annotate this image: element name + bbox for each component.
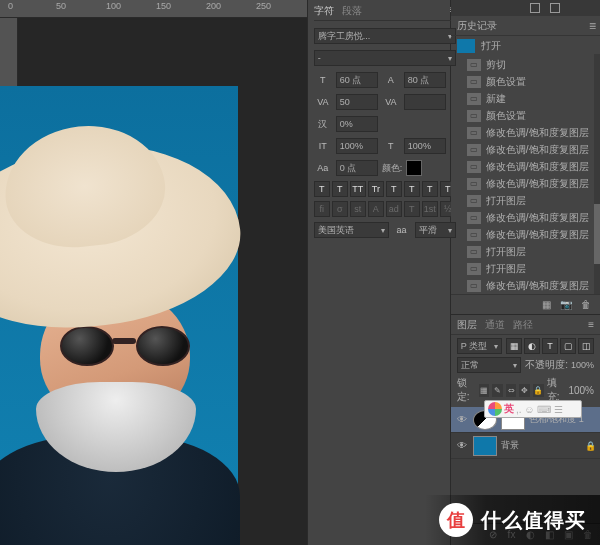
document-image[interactable] — [0, 86, 238, 508]
discretionary-button[interactable]: st — [350, 201, 366, 217]
history-item[interactable]: ▭打开图层 — [457, 260, 600, 277]
ime-indicator[interactable]: 英 ,. ☺ ⌨ ☰ — [484, 400, 582, 418]
kerning-icon: VA — [314, 97, 332, 107]
history-item[interactable]: ▭修改色调/饱和度复图层 — [457, 175, 600, 192]
ruler-horizontal[interactable]: 0 50 100 150 200 250 — [0, 0, 307, 18]
history-step-icon: ▭ — [467, 127, 481, 139]
ruler-mark: 200 — [206, 1, 221, 11]
tracking-field[interactable] — [404, 94, 446, 110]
superscript-button[interactable]: T — [386, 181, 402, 197]
ruler-mark: 100 — [106, 1, 121, 11]
history-step-label: 打开图层 — [486, 262, 526, 276]
baseline-field[interactable]: 0 点 — [336, 160, 378, 176]
subscript-button[interactable]: T — [404, 181, 420, 197]
history-item[interactable]: ▭修改色调/饱和度复图层 — [457, 158, 600, 175]
faux-italic-button[interactable]: T — [332, 181, 348, 197]
history-item[interactable]: ▭修改色调/饱和度复图层 — [457, 277, 600, 294]
fill-value[interactable]: 100% — [568, 385, 594, 396]
tab-paragraph[interactable]: 段落 — [342, 4, 362, 18]
underline-button[interactable]: T — [422, 181, 438, 197]
hscale-field[interactable]: 100% — [404, 138, 446, 154]
language-dropdown[interactable]: 美国英语 — [314, 222, 389, 238]
type-style-row: T T TT Tr T T T T — [314, 181, 456, 197]
panel-menu-icon[interactable]: ≡ — [589, 19, 596, 33]
lock-paint-icon[interactable]: ✎ — [492, 384, 503, 397]
tab-history[interactable]: 历史记录 — [457, 19, 497, 33]
allcaps-button[interactable]: TT — [350, 181, 366, 197]
lock-artboard-icon[interactable]: ✥ — [519, 384, 530, 397]
ruler-mark: 150 — [156, 1, 171, 11]
opacity-label: 不透明度: — [525, 358, 568, 372]
filter-adjust-icon[interactable]: ◐ — [524, 338, 540, 354]
faux-bold-button[interactable]: T — [314, 181, 330, 197]
leading-icon: A — [382, 75, 400, 85]
baseline-icon: Aa — [314, 163, 332, 173]
opacity-value[interactable]: 100% — [571, 360, 594, 370]
blend-mode-dropdown[interactable]: 正常 — [457, 357, 521, 373]
lock-position-icon[interactable]: ⇔ — [506, 384, 517, 397]
history-item[interactable]: ▭颜色设置 — [457, 107, 600, 124]
history-step-label: 颜色设置 — [486, 75, 526, 89]
snapshot-icon[interactable]: 📷 — [560, 299, 572, 311]
window-button[interactable] — [550, 3, 560, 13]
watermark-badge: 值 — [439, 503, 473, 537]
filter-pixel-icon[interactable]: ▦ — [506, 338, 522, 354]
history-item[interactable]: ▭新建 — [457, 90, 600, 107]
history-scrollbar[interactable] — [594, 54, 600, 294]
layer-kind-dropdown[interactable]: P 类型 — [457, 338, 502, 354]
filter-type-icon[interactable]: T — [542, 338, 558, 354]
font-style-dropdown[interactable]: - — [314, 50, 456, 66]
snapshot-label: 打开 — [481, 39, 501, 53]
font-size-field[interactable]: 60 点 — [336, 72, 378, 88]
text-color-swatch[interactable] — [406, 160, 422, 176]
layer-row[interactable]: 👁背景🔒 — [451, 433, 600, 459]
tab-channels[interactable]: 通道 — [485, 318, 505, 332]
tab-layers[interactable]: 图层 — [457, 318, 477, 332]
history-item[interactable]: ▭颜色设置 — [457, 73, 600, 90]
tab-character[interactable]: 字符 — [314, 4, 334, 18]
kerning-field[interactable]: 50 — [336, 94, 378, 110]
stylistic-button[interactable]: ad — [386, 201, 402, 217]
swash-button[interactable]: A — [368, 201, 384, 217]
lock-all-icon[interactable]: 🔒 — [533, 384, 544, 397]
font-family-dropdown[interactable]: 腾字工房悦... — [314, 28, 456, 44]
delete-state-icon[interactable]: 🗑 — [580, 299, 592, 311]
antialias-dropdown[interactable]: 平滑 — [415, 222, 456, 238]
filter-shape-icon[interactable]: ▢ — [560, 338, 576, 354]
history-item[interactable]: ▭打开图层 — [457, 243, 600, 260]
history-step-icon: ▭ — [467, 195, 481, 207]
vscale-field[interactable]: 100% — [336, 138, 378, 154]
layer-name[interactable]: 背景 — [501, 439, 581, 452]
history-step-icon: ▭ — [467, 110, 481, 122]
history-item[interactable]: ▭打开图层 — [457, 192, 600, 209]
aa-icon: aa — [393, 225, 411, 235]
scale-field[interactable]: 0% — [336, 116, 378, 132]
visibility-toggle[interactable]: 👁 — [455, 414, 469, 425]
ligatures-button[interactable]: fi — [314, 201, 330, 217]
leading-field[interactable]: 80 点 — [404, 72, 446, 88]
tab-paths[interactable]: 路径 — [513, 318, 533, 332]
panel-menu-icon[interactable]: ≡ — [588, 319, 594, 330]
history-item[interactable]: ▭修改色调/饱和度复图层 — [457, 209, 600, 226]
ordinals-button[interactable]: 1st — [422, 201, 438, 217]
create-document-icon[interactable]: ▦ — [540, 299, 552, 311]
history-item[interactable]: ▭剪切 — [457, 56, 600, 73]
history-snapshot[interactable]: 打开 — [451, 36, 600, 56]
history-step-icon: ▭ — [467, 76, 481, 88]
contextual-button[interactable]: σ — [332, 201, 348, 217]
titling-button[interactable]: T — [404, 201, 420, 217]
history-step-icon: ▭ — [467, 246, 481, 258]
sogou-logo-icon — [488, 402, 502, 416]
tracking-icon: VA — [382, 97, 400, 107]
canvas-area[interactable]: 0 50 100 150 200 250 — [0, 0, 307, 545]
history-step-label: 剪切 — [486, 58, 506, 72]
smallcaps-button[interactable]: Tr — [368, 181, 384, 197]
history-item[interactable]: ▭修改色调/饱和度复图层 — [457, 124, 600, 141]
window-button[interactable] — [530, 3, 540, 13]
lock-pixels-icon[interactable]: ▦ — [479, 384, 490, 397]
visibility-toggle[interactable]: 👁 — [455, 440, 469, 451]
filter-smart-icon[interactable]: ◫ — [578, 338, 594, 354]
history-item[interactable]: ▭修改色调/饱和度复图层 — [457, 141, 600, 158]
history-item[interactable]: ▭修改色调/饱和度复图层 — [457, 226, 600, 243]
history-step-icon: ▭ — [467, 263, 481, 275]
